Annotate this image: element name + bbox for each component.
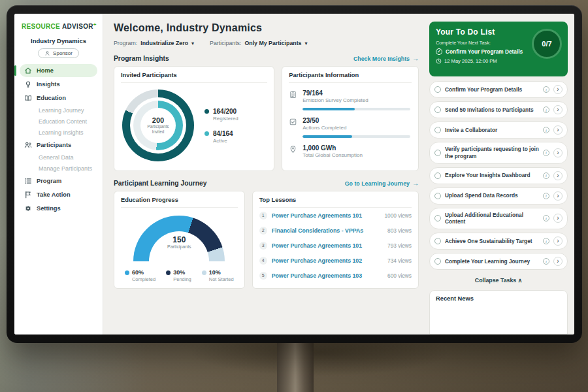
info-icon[interactable]: i	[543, 215, 549, 221]
info-icon[interactable]: i	[543, 238, 549, 244]
sidebar-item-label: Program	[37, 178, 61, 184]
metric-label: Total Global Consumption	[302, 152, 363, 158]
sponsor-badge-label: Sponsor	[53, 50, 73, 56]
task-chevron-icon[interactable]: ›	[553, 171, 563, 180]
sidebar-item-label: Participants	[37, 142, 71, 148]
metric-label: Actions Completed	[302, 125, 346, 131]
info-icon[interactable]: i	[543, 150, 549, 156]
task-chevron-icon[interactable]: ›	[553, 148, 563, 157]
task-checkbox[interactable]	[434, 172, 441, 179]
info-icon[interactable]: i	[543, 193, 549, 199]
metric-label: Emission Survey Completed	[302, 97, 368, 103]
legend-value-row: 60%	[125, 269, 155, 276]
lesson-link[interactable]: Power Purchase Agreements 102	[272, 257, 383, 264]
lesson-link[interactable]: Financial Considerations - VPPAs	[272, 227, 383, 234]
sidebar-item-program[interactable]: Program	[20, 174, 97, 188]
lesson-views: 1000 views	[384, 212, 412, 219]
task-checkbox[interactable]	[434, 238, 441, 244]
sponsor-badge[interactable]: Sponsor	[38, 48, 79, 58]
task-chevron-icon[interactable]: ›	[553, 85, 563, 94]
recent-news-header[interactable]: Recent News	[429, 290, 568, 335]
info-icon[interactable]: i	[543, 172, 549, 179]
info-icon[interactable]: i	[543, 258, 549, 265]
sidebar-item-general-data[interactable]: General Data	[20, 152, 97, 163]
org-name: Industry Dynamics	[20, 37, 97, 44]
task-checkbox[interactable]	[434, 258, 441, 265]
sidebar-item-label: Education	[37, 95, 66, 101]
sidebar-item-insights[interactable]: Insights	[20, 78, 97, 91]
program-insights-header: Program Insights Check More Insights →	[114, 55, 419, 62]
sidebar-nav: HomeInsightsEducationLearning JourneyEdu…	[20, 64, 97, 215]
lesson-rank: 1	[259, 212, 267, 220]
sidebar-item-label: Settings	[37, 205, 61, 212]
check-more-insights-link[interactable]: Check More Insights →	[353, 55, 419, 62]
donut-legend: 164/200Registered84/164Active	[204, 108, 238, 144]
task-checkbox[interactable]	[434, 127, 441, 133]
lesson-rank: 5	[259, 272, 267, 280]
task-chevron-icon[interactable]: ›	[553, 257, 563, 266]
task-chevron-icon[interactable]: ›	[553, 214, 563, 223]
task-checkbox[interactable]	[434, 215, 441, 221]
metric-text: 1,000 GWhTotal Global Consumption	[302, 144, 363, 158]
todo-task[interactable]: Send 50 Invitations to Participantsi›	[429, 101, 568, 118]
sidebar-item-participants[interactable]: Participants	[20, 139, 97, 152]
legend-dot	[166, 270, 171, 275]
task-checkbox[interactable]	[434, 106, 441, 113]
go-to-learning-journey-link[interactable]: Go to Learning Journey →	[345, 180, 419, 187]
lesson-link[interactable]: Power Purchase Agreements 101	[272, 212, 380, 219]
sidebar-item-learning-journey[interactable]: Learning Journey	[20, 105, 97, 116]
info-icon[interactable]: i	[543, 86, 549, 93]
task-label: Upload Additional Educational Content	[445, 212, 539, 226]
program-value: Industrialize Zero	[140, 40, 188, 46]
lesson-row: 1Power Purchase Agreements 1011000 views	[259, 208, 412, 223]
section-title-program-insights: Program Insights	[114, 55, 169, 62]
collapse-tasks-link[interactable]: Collapse Tasks ∧	[429, 274, 568, 284]
todo-task[interactable]: Confirm Your Program Detailsi›	[429, 81, 568, 98]
page-title: Welcome, Industry Dynamics	[114, 22, 419, 34]
task-checkbox[interactable]	[434, 150, 441, 156]
todo-task[interactable]: Upload Additional Educational Contenti›	[429, 208, 568, 230]
todo-task[interactable]: Upload Spend Data Recordsi›	[429, 188, 568, 204]
lesson-row: 5Power Purchase Agreements 103600 views	[259, 268, 412, 283]
info-icon[interactable]: i	[543, 106, 549, 113]
task-chevron-icon[interactable]: ›	[553, 237, 563, 246]
todo-task[interactable]: Achieve One Sustainability Targeti›	[429, 233, 568, 250]
gauge-legend-item: 30%Pending	[166, 269, 191, 282]
lesson-link[interactable]: Power Purchase Agreements 103	[272, 272, 383, 279]
progress-fill	[302, 135, 352, 138]
task-label: Achieve One Sustainability Target	[445, 238, 539, 245]
sidebar-item-education[interactable]: Education	[20, 91, 97, 105]
legend-value: 60%	[132, 269, 144, 276]
donut-center-label: Participants Invited	[143, 124, 173, 135]
task-chevron-icon[interactable]: ›	[553, 191, 563, 201]
legend-dot	[204, 109, 209, 114]
task-label: Explore Your Insights Dashboard	[445, 172, 539, 179]
lesson-row: 4Power Purchase Agreements 102734 views	[259, 253, 412, 268]
task-chevron-icon[interactable]: ›	[553, 105, 563, 114]
task-label: Verify participants requesting to join t…	[445, 146, 539, 160]
donut-center-value: 200	[152, 116, 164, 124]
sidebar-item-home[interactable]: Home	[20, 64, 97, 77]
sidebar-item-education-content[interactable]: Education Content	[20, 116, 97, 127]
metric-value: 79/164	[302, 90, 368, 97]
todo-task[interactable]: Invite a Collaboratori›	[429, 122, 568, 139]
lesson-link[interactable]: Power Purchase Agreements 101	[272, 242, 383, 249]
todo-task[interactable]: Verify participants requesting to join t…	[429, 142, 568, 164]
todo-task[interactable]: Explore Your Insights Dashboardi›	[429, 167, 568, 184]
program-select[interactable]: Program: Industrialize Zero ▾	[114, 40, 194, 46]
todo-task[interactable]: Complete Your Learning Journeyi›	[429, 253, 568, 270]
task-checkbox[interactable]	[434, 193, 441, 199]
task-chevron-icon[interactable]: ›	[553, 125, 563, 135]
sidebar-item-settings[interactable]: Settings	[20, 202, 97, 215]
task-checkbox[interactable]	[434, 86, 441, 93]
participants-label: Participants:	[210, 40, 241, 46]
sidebar-item-take-action[interactable]: Take Action	[20, 188, 97, 201]
sidebar-item-manage-participants[interactable]: Manage Participants	[20, 163, 97, 174]
info-metric: 1,000 GWhTotal Global Consumption	[289, 144, 412, 158]
info-icon[interactable]: i	[543, 127, 549, 133]
progress-track	[302, 108, 410, 110]
sidebar-item-learning-insights[interactable]: Learning Insights	[20, 127, 97, 138]
program-icon	[24, 177, 32, 185]
participants-select[interactable]: Participants: Only My Participants ▾	[210, 40, 307, 46]
arrow-right-icon: →	[412, 55, 419, 62]
